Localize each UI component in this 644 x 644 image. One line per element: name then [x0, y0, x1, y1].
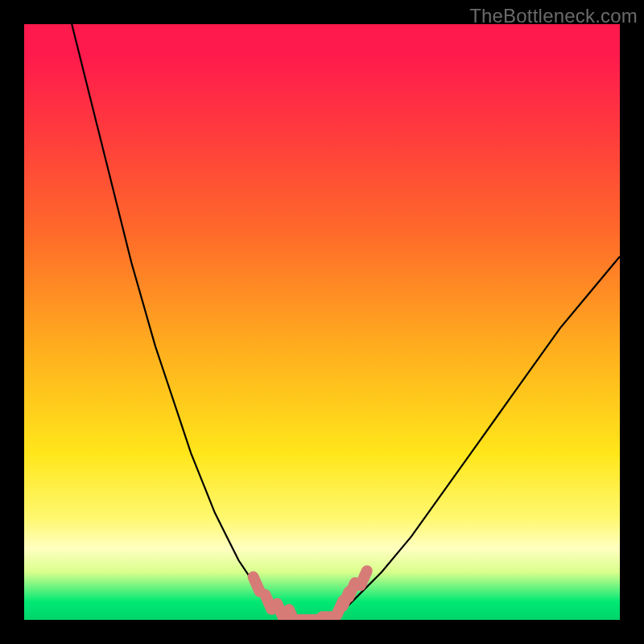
curve-layer: [24, 24, 620, 620]
highlight-dot: [361, 571, 367, 585]
outer-frame: TheBottleneck.com: [0, 0, 644, 644]
highlight-dot: [265, 595, 271, 609]
highlight-dot: [349, 583, 355, 597]
highlight-dot: [277, 604, 283, 618]
bottleneck-curve-path: [72, 24, 620, 620]
highlight-dot: [254, 577, 260, 592]
watermark-text: TheBottleneck.com: [469, 5, 638, 27]
highlight-dots-group: [254, 571, 367, 620]
plot-area: [24, 24, 620, 620]
